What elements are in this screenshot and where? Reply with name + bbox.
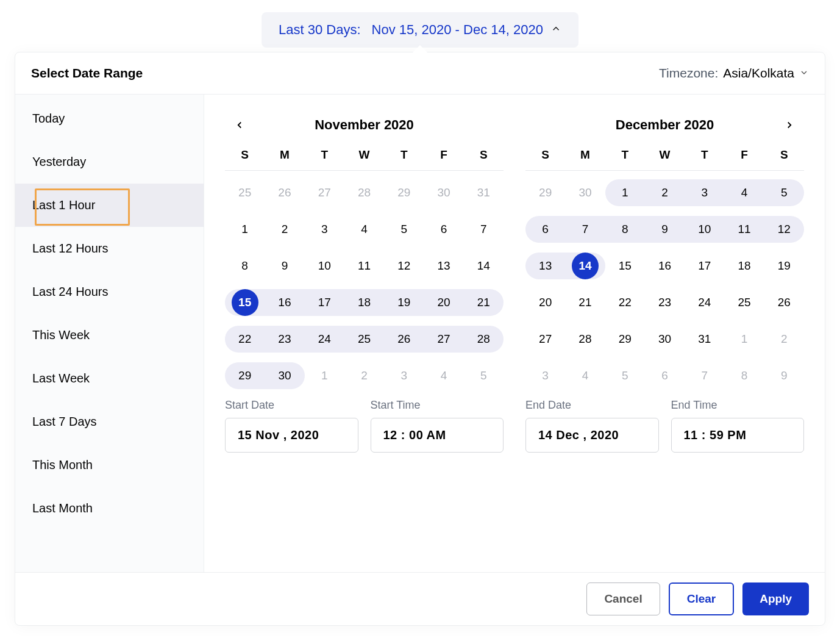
day-cell[interactable]: 13 (424, 253, 463, 279)
day-cell[interactable]: 3 (305, 216, 344, 243)
day-cell[interactable]: 22 (605, 289, 645, 316)
day-cell[interactable]: 4 (565, 362, 605, 389)
day-cell[interactable]: 4 (424, 362, 463, 389)
end-time-input[interactable]: 11 : 59 PM (671, 418, 805, 453)
day-cell[interactable]: 2 (645, 179, 685, 206)
day-cell[interactable]: 10 (305, 253, 344, 279)
day-cell[interactable]: 23 (645, 289, 685, 316)
day-cell[interactable]: 19 (384, 289, 424, 316)
day-cell[interactable]: 29 (525, 179, 565, 206)
day-cell[interactable]: 14 (464, 253, 504, 279)
day-cell[interactable]: 5 (764, 179, 804, 206)
day-cell[interactable]: 5 (605, 362, 645, 389)
day-cell[interactable]: 23 (265, 326, 304, 353)
day-cell[interactable]: 31 (685, 326, 724, 353)
day-cell[interactable]: 11 (724, 216, 764, 243)
day-cell[interactable]: 20 (525, 289, 565, 316)
day-cell[interactable]: 17 (685, 253, 724, 279)
day-cell[interactable]: 8 (724, 362, 764, 389)
day-cell[interactable]: 25 (225, 179, 265, 206)
day-cell[interactable]: 15 (605, 253, 645, 279)
day-cell[interactable]: 7 (565, 216, 605, 243)
day-cell[interactable]: 24 (305, 326, 344, 353)
day-cell[interactable]: 25 (344, 326, 384, 353)
preset-this-month[interactable]: This Month (15, 443, 204, 487)
day-cell[interactable]: 30 (424, 179, 463, 206)
preset-this-week[interactable]: This Week (15, 314, 204, 357)
preset-last-month[interactable]: Last Month (15, 487, 204, 530)
day-cell[interactable]: 19 (764, 253, 804, 279)
day-cell[interactable]: 9 (265, 253, 304, 279)
day-cell[interactable]: 26 (384, 326, 424, 353)
date-range-trigger[interactable]: Last 30 Days: Nov 15, 2020 - Dec 14, 202… (262, 12, 578, 48)
day-cell[interactable]: 16 (265, 289, 304, 316)
prev-month-button[interactable] (231, 116, 248, 134)
day-cell[interactable]: 1 (724, 326, 764, 353)
day-cell[interactable]: 12 (764, 216, 804, 243)
day-cell[interactable]: 1 (225, 216, 265, 243)
end-date-input[interactable]: 14 Dec , 2020 (525, 418, 659, 453)
preset-last-12-hours[interactable]: Last 12 Hours (15, 227, 204, 270)
day-cell[interactable]: 27 (525, 326, 565, 353)
day-cell[interactable]: 27 (424, 326, 463, 353)
day-cell[interactable]: 8 (605, 216, 645, 243)
day-cell[interactable]: 7 (464, 216, 504, 243)
day-cell[interactable]: 12 (384, 253, 424, 279)
day-cell[interactable]: 18 (344, 289, 384, 316)
day-cell[interactable]: 4 (344, 216, 384, 243)
day-cell[interactable]: 9 (645, 216, 685, 243)
day-cell[interactable]: 30 (645, 326, 685, 353)
day-cell[interactable]: 21 (565, 289, 605, 316)
day-cell[interactable]: 28 (344, 179, 384, 206)
day-cell[interactable]: 22 (225, 326, 265, 353)
day-cell[interactable]: 2 (265, 216, 304, 243)
cancel-button[interactable]: Cancel (586, 582, 660, 615)
day-cell[interactable]: 6 (424, 216, 463, 243)
clear-button[interactable]: Clear (669, 582, 735, 615)
preset-today[interactable]: Today (15, 97, 204, 140)
day-cell[interactable]: 14 (565, 253, 605, 279)
day-cell[interactable]: 9 (764, 362, 804, 389)
preset-last-7-days[interactable]: Last 7 Days (15, 400, 204, 443)
day-cell[interactable]: 11 (344, 253, 384, 279)
day-cell[interactable]: 6 (525, 216, 565, 243)
day-cell[interactable]: 1 (305, 362, 344, 389)
day-cell[interactable]: 29 (384, 179, 424, 206)
day-cell[interactable]: 3 (384, 362, 424, 389)
day-cell[interactable]: 13 (525, 253, 565, 279)
day-cell[interactable]: 25 (724, 289, 764, 316)
day-cell[interactable]: 5 (464, 362, 504, 389)
day-cell[interactable]: 20 (424, 289, 463, 316)
day-cell[interactable]: 3 (685, 179, 724, 206)
day-cell[interactable]: 28 (565, 326, 605, 353)
day-cell[interactable]: 5 (384, 216, 424, 243)
day-cell[interactable]: 2 (344, 362, 384, 389)
day-cell[interactable]: 3 (525, 362, 565, 389)
day-cell[interactable]: 16 (645, 253, 685, 279)
day-cell[interactable]: 24 (685, 289, 724, 316)
timezone-selector[interactable]: Timezone: Asia/Kolkata (659, 66, 809, 81)
preset-last-1-hour[interactable]: Last 1 Hour (15, 184, 204, 227)
apply-button[interactable]: Apply (742, 582, 809, 615)
day-cell[interactable]: 4 (724, 179, 764, 206)
day-cell[interactable]: 31 (464, 179, 504, 206)
day-cell[interactable]: 26 (764, 289, 804, 316)
day-cell[interactable]: 1 (605, 179, 645, 206)
day-cell[interactable]: 30 (265, 362, 304, 389)
start-date-input[interactable]: 15 Nov , 2020 (225, 418, 358, 453)
day-cell[interactable]: 17 (305, 289, 344, 316)
day-cell[interactable]: 15 (225, 289, 265, 316)
day-cell[interactable]: 29 (605, 326, 645, 353)
preset-last-week[interactable]: Last Week (15, 357, 204, 400)
day-cell[interactable]: 10 (685, 216, 724, 243)
day-cell[interactable]: 2 (764, 326, 804, 353)
day-cell[interactable]: 27 (305, 179, 344, 206)
day-cell[interactable]: 30 (565, 179, 605, 206)
day-cell[interactable]: 8 (225, 253, 265, 279)
day-cell[interactable]: 28 (464, 326, 504, 353)
day-cell[interactable]: 29 (225, 362, 265, 389)
day-cell[interactable]: 26 (265, 179, 304, 206)
day-cell[interactable]: 18 (724, 253, 764, 279)
day-cell[interactable]: 7 (685, 362, 724, 389)
day-cell[interactable]: 6 (645, 362, 685, 389)
